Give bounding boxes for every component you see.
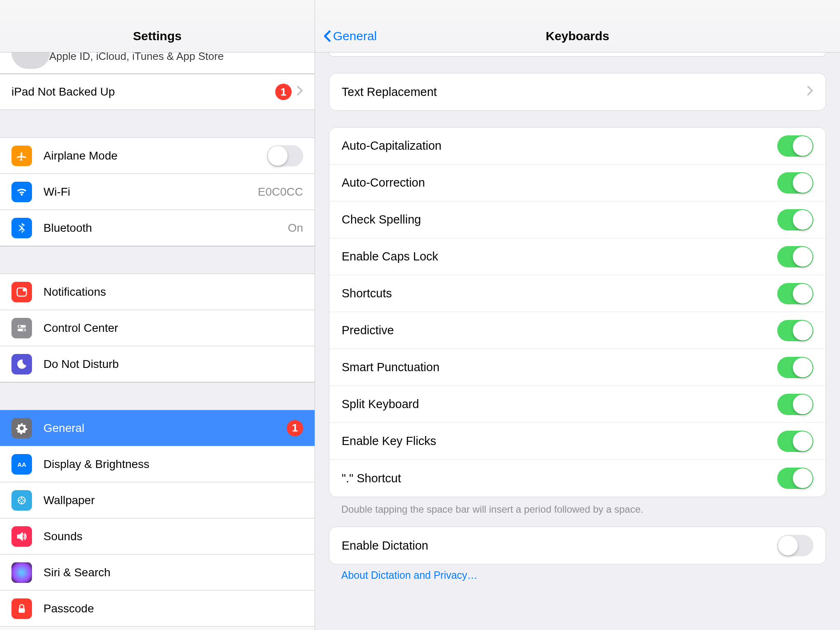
dictation-toggle[interactable] — [777, 535, 813, 556]
toggle-row[interactable]: "." Shortcut — [329, 460, 826, 497]
wallpaper-row[interactable]: Wallpaper — [0, 482, 315, 518]
toggle-switch[interactable] — [777, 357, 813, 378]
toggle-switch[interactable] — [777, 431, 813, 452]
backup-badge: 1 — [275, 84, 292, 100]
bluetooth-row[interactable]: Bluetooth On — [0, 210, 315, 246]
toggle-label: Check Spelling — [342, 213, 777, 226]
toggle-row[interactable]: Check Spelling — [329, 201, 826, 238]
toggle-switch[interactable] — [777, 172, 813, 194]
toggle-label: "." Shortcut — [342, 472, 777, 485]
account-subtitle: Apple ID, iCloud, iTunes & App Store — [49, 52, 224, 62]
toggle-row[interactable]: Predictive — [329, 312, 826, 349]
lock-icon — [11, 598, 32, 619]
toggle-label: Auto-Correction — [342, 176, 777, 189]
detail-title: Keyboards — [546, 29, 609, 43]
text-replacement-row[interactable]: Text Replacement — [329, 73, 826, 110]
airplane-icon — [11, 146, 32, 166]
general-badge: 1 — [287, 420, 303, 436]
notifications-row[interactable]: Notifications — [0, 274, 315, 310]
toggle-row[interactable]: Shortcuts — [329, 275, 826, 312]
chevron-right-icon — [297, 85, 303, 99]
wallpaper-label: Wallpaper — [43, 494, 303, 507]
back-button[interactable]: General — [323, 29, 377, 43]
toggle-row[interactable]: Auto-Capitalization — [329, 128, 826, 164]
general-row[interactable]: General 1 — [0, 410, 315, 446]
back-label: General — [333, 29, 377, 43]
backup-label: iPad Not Backed Up — [11, 85, 270, 98]
account-row-cut[interactable]: Apple ID, iCloud, iTunes & App Store — [0, 52, 315, 74]
dictation-row[interactable]: Enable Dictation — [329, 527, 826, 564]
toggle-switch[interactable] — [777, 394, 813, 415]
toggle-label: Predictive — [342, 324, 777, 337]
toggle-row[interactable]: Enable Caps Lock — [329, 238, 826, 275]
wifi-label: Wi-Fi — [43, 185, 258, 199]
airplane-toggle[interactable] — [267, 145, 303, 167]
toggle-switch[interactable] — [777, 209, 813, 231]
siri-row[interactable]: Siri & Search — [0, 555, 315, 591]
toggle-switch[interactable] — [777, 246, 813, 267]
svg-point-5 — [23, 329, 25, 331]
bluetooth-label: Bluetooth — [43, 221, 288, 235]
dictation-label: Enable Dictation — [342, 539, 777, 552]
notifications-icon — [11, 282, 32, 302]
svg-point-12 — [18, 500, 20, 501]
control-center-icon — [11, 318, 32, 338]
dnd-label: Do Not Disturb — [43, 358, 303, 371]
notifications-label: Notifications — [43, 285, 303, 299]
toggle-label: Enable Key Flicks — [342, 434, 777, 448]
passcode-label: Passcode — [43, 602, 303, 615]
settings-sidebar: Settings Apple ID, iCloud, iTunes & App … — [0, 0, 315, 630]
toggle-switch[interactable] — [777, 283, 813, 304]
bluetooth-icon — [11, 218, 32, 238]
sounds-row[interactable]: Sounds — [0, 518, 315, 555]
control-center-label: Control Center — [43, 322, 303, 335]
toggle-switch[interactable] — [777, 468, 813, 489]
siri-label: Siri & Search — [43, 566, 303, 579]
toggle-row[interactable]: Split Keyboard — [329, 386, 826, 423]
detail-header: General Keyboards — [315, 0, 840, 52]
keyboard-toggles-card: Auto-CapitalizationAuto-CorrectionCheck … — [329, 127, 826, 497]
airplane-row[interactable]: Airplane Mode — [0, 138, 315, 174]
wifi-icon — [11, 182, 32, 202]
control-center-row[interactable]: Control Center — [0, 310, 315, 346]
backup-row[interactable]: iPad Not Backed Up 1 — [0, 74, 315, 110]
toggle-switch[interactable] — [777, 135, 813, 157]
toggle-row[interactable]: Enable Key Flicks — [329, 423, 826, 460]
toggle-switch[interactable] — [777, 320, 813, 341]
toggle-row[interactable]: Auto-Correction — [329, 164, 826, 201]
bluetooth-value: On — [288, 221, 303, 235]
sidebar-header: Settings — [0, 0, 315, 52]
passcode-row[interactable]: Passcode — [0, 591, 315, 627]
keyboards-count-card-peek[interactable] — [329, 52, 826, 57]
display-icon: AA — [11, 454, 32, 475]
toggle-label: Split Keyboard — [342, 397, 777, 411]
text-replacement-card: Text Replacement — [329, 73, 826, 111]
toggle-label: Smart Punctuation — [342, 361, 777, 374]
toggle-label: Shortcuts — [342, 287, 777, 300]
moon-icon — [11, 354, 32, 374]
toggle-label: Enable Caps Lock — [342, 250, 777, 263]
toggle-row[interactable]: Smart Punctuation — [329, 349, 826, 386]
dnd-row[interactable]: Do Not Disturb — [0, 346, 315, 382]
about-dictation-link[interactable]: About Dictation and Privacy… — [329, 564, 826, 586]
airplane-label: Airplane Mode — [43, 149, 267, 162]
gear-icon — [11, 418, 32, 438]
text-replacement-label: Text Replacement — [342, 85, 807, 99]
sounds-label: Sounds — [43, 530, 303, 543]
svg-point-1 — [23, 288, 26, 292]
svg-point-10 — [24, 500, 25, 501]
chevron-right-icon — [807, 85, 813, 99]
svg-text:AA: AA — [17, 461, 26, 468]
svg-point-4 — [19, 325, 21, 327]
svg-point-8 — [20, 499, 23, 502]
avatar — [11, 52, 50, 69]
svg-point-11 — [21, 502, 22, 503]
svg-point-9 — [21, 497, 22, 498]
display-row[interactable]: AA Display & Brightness — [0, 446, 315, 482]
period-shortcut-footer: Double tapping the space bar will insert… — [329, 497, 826, 527]
siri-icon — [11, 562, 32, 583]
toggle-label: Auto-Capitalization — [342, 139, 777, 153]
wifi-value: E0C0CC — [258, 185, 303, 199]
wifi-row[interactable]: Wi-Fi E0C0CC — [0, 174, 315, 210]
sounds-icon — [11, 526, 32, 547]
